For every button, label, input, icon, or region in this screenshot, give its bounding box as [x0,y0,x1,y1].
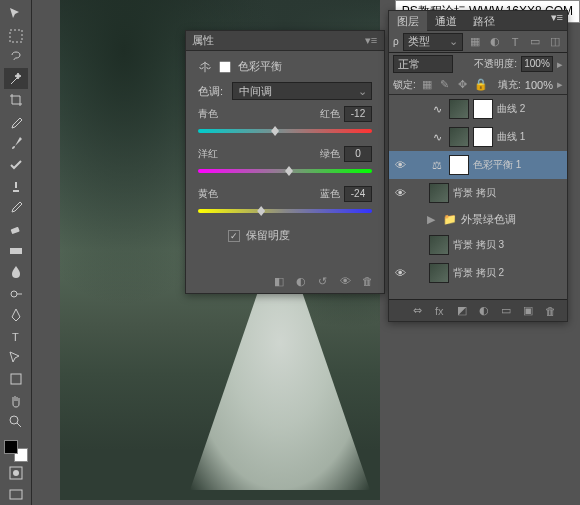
layers-tabs: 图层 通道 路径 ▾≡ [389,11,567,31]
trash-icon[interactable]: 🗑 [545,305,559,317]
svg-rect-10 [220,61,231,72]
mask-icon[interactable]: ◩ [457,304,471,317]
curves-icon: ∿ [429,129,445,145]
checkbox-icon: ✓ [228,230,240,242]
visibility-toggle[interactable] [393,102,407,116]
yellow-blue-slider[interactable] [198,204,372,218]
history-brush-tool[interactable] [4,197,28,217]
lasso-tool[interactable] [4,47,28,67]
fx-icon[interactable]: fx [435,305,449,317]
layer-curves-1[interactable]: ∿曲线 1 [389,123,567,151]
wand-tool[interactable] [4,68,28,88]
zoom-tool[interactable] [4,412,28,432]
quickmask-tool[interactable] [4,463,28,483]
panel-menu-icon[interactable]: ▾≡ [547,11,567,30]
svg-text:T: T [12,331,19,343]
svg-point-3 [11,291,17,297]
lock-pos-icon[interactable]: ✥ [456,78,470,91]
yellow-blue-value[interactable]: -24 [344,186,372,202]
blend-mode-select[interactable]: 正常 [393,55,453,73]
tone-select[interactable]: 中间调 [232,82,372,100]
opacity-value[interactable]: 100% [521,56,553,72]
layer-bg-copy[interactable]: 👁背景 拷贝 [389,179,567,207]
move-tool[interactable] [4,4,28,24]
magenta-green-slider[interactable] [198,164,372,178]
visibility-toggle[interactable]: 👁 [393,186,407,200]
layers-footer: ⇔ fx ◩ ◐ ▭ ▣ 🗑 [389,299,567,321]
marquee-tool[interactable] [4,25,28,45]
mask-icon [218,60,232,74]
new-layer-icon[interactable]: ▣ [523,304,537,317]
layer-bg-copy-2[interactable]: 👁背景 拷贝 2 [389,259,567,287]
properties-title: 属性 [192,33,214,48]
layer-list: ∿曲线 2 ∿曲线 1 👁⚖色彩平衡 1 👁背景 拷贝 ▶📁外景绿色调 背景 拷… [389,95,567,287]
filter-kind-select[interactable]: 类型 [403,33,463,51]
visibility-toggle[interactable] [393,130,407,144]
clip-icon[interactable]: ◧ [274,275,288,289]
pen-tool[interactable] [4,305,28,325]
visibility-toggle[interactable] [409,212,423,226]
prev-icon[interactable]: ◐ [296,275,310,289]
layers-panel: 图层 通道 路径 ▾≡ ρ 类型 ▦ ◐ T ▭ ◫ 正常 不透明度: 100%… [388,10,568,322]
preserve-luminosity-checkbox[interactable]: ✓ 保留明度 [228,228,372,243]
brush-tool[interactable] [4,133,28,153]
dodge-tool[interactable] [4,283,28,303]
hand-tool[interactable] [4,391,28,411]
screenmode-tool[interactable] [4,485,28,505]
adjustment-icon[interactable]: ◐ [479,304,493,317]
type-tool[interactable]: T [4,326,28,346]
shape-tool[interactable] [4,369,28,389]
cyan-red-slider[interactable] [198,124,372,138]
svg-rect-2 [10,248,22,254]
filter-adjust-icon[interactable]: ◐ [487,34,503,50]
properties-panel: 属性 ▾≡ 色彩平衡 色调: 中间调 青色红色-12 洋红绿色0 黄色蓝色-24… [185,30,385,294]
layer-group-green[interactable]: ▶📁外景绿色调 [389,207,567,231]
svg-rect-5 [11,374,21,384]
curves-icon: ∿ [429,101,445,117]
visibility-toggle[interactable]: 👁 [393,266,407,280]
lock-all-icon[interactable]: 🔒 [474,78,488,91]
blur-tool[interactable] [4,262,28,282]
filter-pixel-icon[interactable]: ▦ [467,34,483,50]
eraser-tool[interactable] [4,219,28,239]
visibility-toggle[interactable] [393,238,407,252]
healing-tool[interactable] [4,154,28,174]
lock-pixel-icon[interactable]: ✎ [438,78,452,91]
trash-icon[interactable]: 🗑 [362,275,376,289]
stamp-tool[interactable] [4,176,28,196]
balance-icon: ⚖ [429,157,445,173]
lock-trans-icon[interactable]: ▦ [420,78,434,91]
layer-color-balance-1[interactable]: 👁⚖色彩平衡 1 [389,151,567,179]
visibility-icon[interactable]: 👁 [340,275,354,289]
reset-icon[interactable]: ↺ [318,275,332,289]
svg-rect-1 [10,227,19,234]
color-swatches[interactable] [4,440,28,462]
filter-smart-icon[interactable]: ◫ [547,34,563,50]
crop-tool[interactable] [4,90,28,110]
magenta-green-value[interactable]: 0 [344,146,372,162]
path-tool[interactable] [4,348,28,368]
fill-value[interactable]: 100% [525,79,553,91]
properties-header[interactable]: 属性 ▾≡ [186,31,384,51]
filter-shape-icon[interactable]: ▭ [527,34,543,50]
toolbar: T [0,0,32,505]
tab-paths[interactable]: 路径 [465,11,503,31]
adjustment-name: 色彩平衡 [238,59,282,74]
layer-curves-2[interactable]: ∿曲线 2 [389,95,567,123]
gradient-tool[interactable] [4,240,28,260]
tab-channels[interactable]: 通道 [427,11,465,31]
svg-point-6 [10,416,18,424]
group-icon[interactable]: ▭ [501,304,515,317]
tone-label: 色调: [198,84,228,99]
svg-point-8 [13,470,19,476]
filter-type-icon[interactable]: T [507,34,523,50]
fold-icon[interactable]: ▶ [427,213,439,226]
visibility-toggle[interactable]: 👁 [393,158,407,172]
svg-rect-0 [10,30,22,42]
layer-bg-copy-3[interactable]: 背景 拷贝 3 [389,231,567,259]
link-icon[interactable]: ⇔ [413,304,427,317]
cyan-red-value[interactable]: -12 [344,106,372,122]
tab-layers[interactable]: 图层 [389,11,427,31]
eyedropper-tool[interactable] [4,111,28,131]
panel-menu-icon[interactable]: ▾≡ [364,34,378,48]
